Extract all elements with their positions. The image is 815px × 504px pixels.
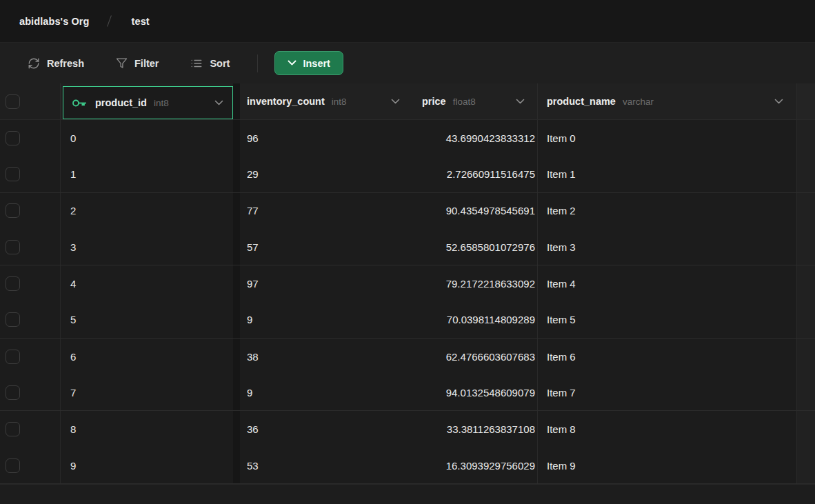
column-name: inventory_count	[247, 96, 325, 107]
row-gutter	[796, 265, 815, 302]
row-checkbox[interactable]	[6, 167, 20, 181]
column-menu-chevron-icon[interactable]	[774, 99, 783, 105]
cell-inventory-count[interactable]: 97	[240, 265, 412, 302]
cell-product-name[interactable]: Item 0	[537, 120, 796, 157]
cell-price[interactable]: 16.3093929756029	[412, 447, 537, 483]
row-gutter	[796, 157, 815, 192]
row-gutter	[796, 193, 815, 230]
cell-product-name[interactable]: Item 4	[537, 265, 796, 302]
cell-inventory-count[interactable]: 53	[240, 447, 412, 483]
breadcrumb-separator	[107, 15, 112, 26]
row-select-cell	[0, 411, 61, 447]
cell-product-id[interactable]: 3	[61, 229, 233, 265]
column-header-product-id[interactable]: product_id int8	[61, 83, 233, 119]
breadcrumb-org[interactable]: abidlabs's Org	[19, 16, 90, 27]
select-all-checkbox[interactable]	[6, 94, 20, 109]
cell-price[interactable]: 94.0132548609079	[412, 375, 537, 411]
row-checkbox[interactable]	[6, 203, 20, 218]
cell-price[interactable]: 33.3811263837108	[412, 411, 537, 447]
column-header-inventory-count[interactable]: inventory_count int8	[240, 83, 412, 119]
row-checkbox[interactable]	[6, 350, 20, 364]
table-row: 1292.72660911516475Item 1	[0, 157, 815, 193]
cell-product-id[interactable]: 4	[61, 265, 233, 302]
table-row: 95316.3093929756029Item 9	[0, 447, 815, 484]
table-row: 09643.6990423833312Item 0	[0, 120, 815, 157]
grid-body: 09643.6990423833312Item 01292.7266091151…	[0, 120, 815, 484]
cell-product-id[interactable]: 9	[61, 447, 233, 483]
column-menu-chevron-icon[interactable]	[214, 100, 223, 106]
row-checkbox[interactable]	[6, 240, 20, 254]
header-gutter	[796, 83, 815, 119]
row-gutter	[796, 447, 815, 483]
cell-product-id[interactable]: 8	[61, 411, 233, 447]
row-select-cell	[0, 265, 61, 302]
data-grid: product_id int8 inventory_count int8	[0, 83, 815, 484]
row-select-cell	[0, 120, 61, 157]
row-select-cell	[0, 375, 61, 411]
cell-price[interactable]: 90.4354978545691	[412, 193, 537, 230]
refresh-button[interactable]: Refresh	[19, 52, 92, 75]
column-gap-strip	[233, 265, 240, 302]
cell-inventory-count[interactable]: 29	[240, 157, 412, 192]
column-name: price	[422, 96, 446, 107]
cell-price[interactable]: 79.2172218633092	[412, 265, 537, 302]
cell-product-name[interactable]: Item 6	[537, 339, 796, 375]
row-checkbox[interactable]	[6, 276, 20, 291]
cell-product-name[interactable]: Item 2	[537, 193, 796, 230]
cell-inventory-count[interactable]: 77	[240, 193, 412, 230]
cell-product-id[interactable]: 1	[61, 157, 233, 192]
column-header-product-name[interactable]: product_name varchar	[537, 83, 796, 119]
row-select-cell	[0, 229, 61, 265]
cell-product-id[interactable]: 7	[61, 375, 233, 411]
cell-price[interactable]: 62.4766603607683	[412, 339, 537, 375]
table-row: 83633.3811263837108Item 8	[0, 411, 815, 447]
cell-inventory-count[interactable]: 38	[240, 339, 412, 375]
cell-product-id[interactable]: 6	[61, 339, 233, 375]
table-row: 49779.2172218633092Item 4	[0, 265, 815, 302]
cell-product-name[interactable]: Item 1	[537, 157, 796, 192]
column-header-price[interactable]: price float8	[412, 83, 537, 119]
cell-product-id[interactable]: 5	[61, 302, 233, 338]
app-window: abidlabs's Org test Refresh Filter	[0, 0, 815, 504]
cell-product-name[interactable]: Item 7	[537, 375, 796, 411]
table-row: 63862.4766603607683Item 6	[0, 339, 815, 375]
row-select-cell	[0, 193, 61, 230]
column-gap-strip	[233, 157, 240, 192]
cell-price[interactable]: 2.72660911516475	[412, 157, 537, 192]
cell-price[interactable]: 52.6585801072976	[412, 229, 537, 265]
breadcrumb-page[interactable]: test	[132, 16, 150, 27]
row-checkbox[interactable]	[6, 385, 20, 400]
row-checkbox[interactable]	[6, 131, 20, 145]
cell-inventory-count[interactable]: 57	[240, 229, 412, 265]
column-gap-strip	[233, 229, 240, 265]
insert-button[interactable]: Insert	[274, 51, 343, 75]
column-type: int8	[332, 97, 347, 107]
cell-product-name[interactable]: Item 8	[537, 411, 796, 447]
row-checkbox[interactable]	[6, 422, 20, 436]
filter-button[interactable]: Filter	[108, 52, 167, 74]
cell-inventory-count[interactable]: 9	[240, 302, 412, 338]
cell-price[interactable]: 43.6990423833312	[412, 120, 537, 157]
cell-inventory-count[interactable]: 36	[240, 411, 412, 447]
table-row: 7994.0132548609079Item 7	[0, 375, 815, 412]
toolbar-divider	[257, 54, 258, 72]
row-gutter	[796, 229, 815, 265]
column-type: float8	[453, 97, 476, 107]
cell-product-name[interactable]: Item 9	[537, 447, 796, 483]
row-checkbox[interactable]	[6, 458, 20, 473]
chevron-down-icon	[288, 60, 296, 66]
row-gutter	[796, 411, 815, 447]
cell-product-name[interactable]: Item 3	[537, 229, 796, 265]
sort-button[interactable]: Sort	[182, 52, 238, 75]
column-menu-chevron-icon[interactable]	[391, 99, 400, 105]
column-menu-chevron-icon[interactable]	[516, 99, 525, 105]
cell-price[interactable]: 70.0398114809289	[412, 302, 537, 338]
cell-inventory-count[interactable]: 96	[240, 120, 412, 157]
row-checkbox[interactable]	[6, 312, 20, 327]
sort-label: Sort	[210, 58, 230, 69]
cell-inventory-count[interactable]: 9	[240, 375, 412, 411]
selected-column-outline: product_id int8	[63, 86, 233, 119]
cell-product-name[interactable]: Item 5	[537, 302, 796, 338]
cell-product-id[interactable]: 2	[61, 193, 233, 230]
cell-product-id[interactable]: 0	[61, 120, 233, 157]
